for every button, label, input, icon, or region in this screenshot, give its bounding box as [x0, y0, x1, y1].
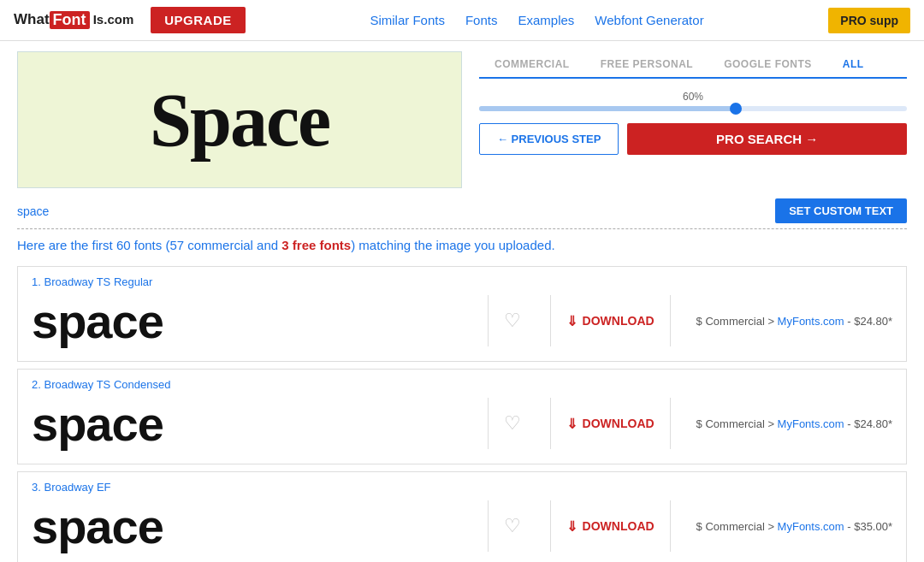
price-info: $ Commercial > MyFonts.com - $24.80* [696, 417, 892, 430]
slider-label: 60% [479, 91, 907, 103]
font-number: 2. [32, 378, 41, 391]
font-number: 1. [32, 275, 41, 288]
download-label: DOWNLOAD [583, 519, 654, 533]
heart-button[interactable]: ♡ [504, 310, 521, 332]
price-prefix: $ Commercial > [696, 417, 778, 430]
font-item-body: space ♡ ⇓ DOWNLOAD $ Commercial > MyFont… [32, 293, 892, 349]
results-free-fonts: 3 free fonts [281, 238, 351, 252]
top-section: Space COMMERCIAL FREE PERSONAL GOOGLE FO… [17, 51, 907, 188]
download-label: DOWNLOAD [583, 314, 654, 328]
font-item: 3. Broadway EF space ♡ ⇓ DOWNLOAD $ Comm… [17, 471, 907, 563]
results-text-part2: ) matching the image you uploaded. [351, 238, 554, 252]
logo-is: Is.com [90, 13, 134, 27]
font-item: 1. Broadway TS Regular space ♡ ⇓ DOWNLOA… [17, 266, 907, 362]
price-prefix: $ Commercial > [696, 315, 778, 328]
font-name: 3. Broadway EF [32, 481, 892, 494]
font-preview-text: space [32, 396, 472, 452]
set-custom-text-button[interactable]: SET CUSTOM TEXT [775, 198, 907, 223]
upgrade-button[interactable]: UPGRADE [151, 7, 246, 33]
pro-supp-button[interactable]: PRO supp [828, 8, 910, 33]
custom-text-input[interactable] [17, 204, 765, 218]
nav-examples[interactable]: Examples [518, 13, 574, 27]
logo: What Font Is.com [14, 11, 133, 30]
slider-row: 60% [479, 87, 907, 115]
font-item-body: space ♡ ⇓ DOWNLOAD $ Commercial > MyFont… [32, 499, 892, 554]
divider [488, 398, 489, 449]
nav-fonts[interactable]: Fonts [465, 13, 498, 27]
divider [670, 295, 671, 346]
slider-fill [479, 106, 736, 111]
font-title: Broadway EF [44, 481, 110, 494]
font-preview-text: space [32, 499, 472, 554]
preview-box: Space [17, 51, 462, 188]
results-text-part1: Here are the first 60 fonts (57 commerci… [17, 238, 281, 252]
divider [550, 398, 551, 449]
download-icon: ⇓ [566, 416, 578, 432]
tabs-row: COMMERCIAL FREE PERSONAL GOOGLE FONTS AL… [479, 51, 907, 79]
nav-links: Similar Fonts Fonts Examples Webfont Gen… [263, 13, 812, 27]
tab-free-personal[interactable]: FREE PERSONAL [585, 51, 709, 77]
heart-button[interactable]: ♡ [504, 515, 521, 537]
price-info: $ Commercial > MyFonts.com - $24.80* [696, 315, 892, 328]
download-button[interactable]: ⇓ DOWNLOAD [566, 313, 654, 329]
font-title: Broadway TS Condensed [44, 378, 170, 391]
price-prefix: $ Commercial > [696, 520, 778, 533]
divider [550, 500, 551, 552]
logo-font: Font [50, 11, 90, 30]
price-info: $ Commercial > MyFonts.com - $35.00* [696, 520, 892, 533]
font-name: 1. Broadway TS Regular [32, 275, 892, 288]
font-item-body: space ♡ ⇓ DOWNLOAD $ Commercial > MyFont… [32, 396, 892, 452]
download-icon: ⇓ [566, 313, 578, 329]
divider [550, 295, 551, 346]
font-number: 3. [32, 481, 41, 494]
nav-webfont-generator[interactable]: Webfont Generator [595, 13, 703, 27]
price-link[interactable]: MyFonts.com [778, 417, 844, 430]
pro-search-button[interactable]: PRO SEARCH → [627, 123, 907, 155]
nav-similar-fonts[interactable]: Similar Fonts [370, 13, 445, 27]
price-link[interactable]: MyFonts.com [778, 520, 844, 533]
header: What Font Is.com UPGRADE Similar Fonts F… [0, 0, 924, 41]
right-panel: COMMERCIAL FREE PERSONAL GOOGLE FONTS AL… [479, 51, 907, 188]
font-title: Broadway TS Regular [44, 275, 152, 288]
slider-thumb[interactable] [730, 103, 742, 115]
main-content: Space COMMERCIAL FREE PERSONAL GOOGLE FO… [0, 41, 924, 562]
font-preview-text: space [32, 293, 472, 349]
logo-what: What [14, 12, 50, 28]
custom-text-row: SET CUSTOM TEXT [17, 198, 907, 229]
buttons-row: ← PREVIOUS STEP PRO SEARCH → [479, 123, 907, 155]
price-link[interactable]: MyFonts.com [778, 315, 844, 328]
download-button[interactable]: ⇓ DOWNLOAD [566, 416, 654, 432]
previous-step-button[interactable]: ← PREVIOUS STEP [479, 123, 619, 155]
results-text: Here are the first 60 fonts (57 commerci… [17, 236, 907, 256]
heart-button[interactable]: ♡ [504, 412, 521, 435]
font-name: 2. Broadway TS Condensed [32, 378, 892, 391]
font-list: 1. Broadway TS Regular space ♡ ⇓ DOWNLOA… [17, 266, 907, 563]
download-button[interactable]: ⇓ DOWNLOAD [566, 518, 654, 535]
tab-google-fonts[interactable]: GOOGLE FONTS [708, 51, 827, 77]
divider [488, 295, 489, 346]
font-item: 2. Broadway TS Condensed space ♡ ⇓ DOWNL… [17, 369, 907, 464]
tab-commercial[interactable]: COMMERCIAL [479, 51, 585, 77]
price-suffix: - $24.80* [844, 417, 892, 430]
slider-track[interactable] [479, 106, 907, 111]
download-label: DOWNLOAD [583, 417, 654, 430]
price-suffix: - $24.80* [844, 315, 892, 328]
tab-all[interactable]: ALL [827, 51, 880, 79]
divider [670, 398, 671, 449]
preview-text: Space [150, 77, 329, 163]
divider [670, 500, 671, 552]
download-icon: ⇓ [566, 518, 578, 535]
price-suffix: - $35.00* [844, 520, 892, 533]
divider [488, 500, 489, 552]
